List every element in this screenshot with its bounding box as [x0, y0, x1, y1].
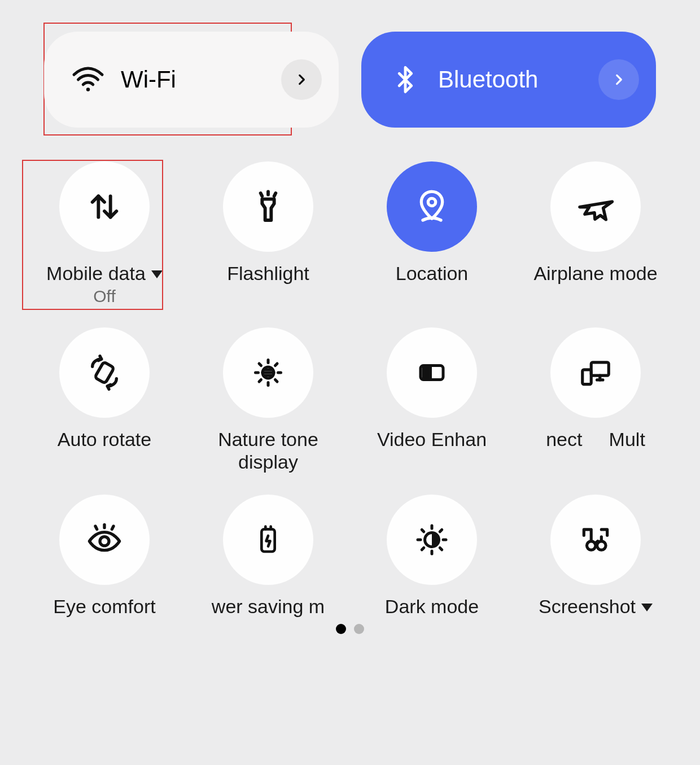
tile-label: Mobile data — [44, 262, 165, 285]
tile-darkmode[interactable]: Dark mode — [356, 495, 508, 618]
wifi-label: Wi-Fi — [121, 66, 281, 93]
location-icon — [387, 161, 477, 252]
tile-label: Nature tone display — [195, 428, 342, 473]
airplane-icon — [550, 161, 641, 252]
tile-mobile-data[interactable]: Mobile data Off — [28, 161, 181, 306]
videoenhance-icon — [387, 327, 477, 418]
darkmode-icon — [387, 495, 477, 585]
pager-dots — [0, 624, 700, 634]
chevron-right-icon — [611, 72, 626, 87]
tile-screenshot[interactable]: Screenshot — [519, 495, 672, 618]
bluetooth-icon — [383, 57, 428, 102]
tile-label: Eye comfort — [51, 595, 158, 618]
svg-line-14 — [259, 364, 261, 366]
wifi-icon — [65, 57, 111, 102]
bluetooth-label: Bluetooth — [438, 66, 598, 93]
tile-label: Auto rotate — [55, 428, 154, 451]
bluetooth-toggle[interactable]: Bluetooth — [361, 32, 656, 128]
eyecomfort-icon — [59, 495, 150, 585]
tile-sublabel: Off — [93, 287, 115, 306]
chevron-right-icon — [294, 72, 309, 87]
svg-line-27 — [112, 526, 113, 529]
svg-line-16 — [259, 380, 261, 382]
wifi-toggle[interactable]: Wi-Fi — [44, 32, 339, 128]
wifi-expand-button[interactable] — [281, 59, 322, 100]
tile-label: nect Mult — [544, 428, 648, 451]
tile-videoenhance[interactable]: Video Enhan — [356, 327, 508, 473]
pager-dot-1[interactable] — [336, 624, 346, 634]
svg-line-36 — [422, 530, 424, 532]
svg-line-3 — [274, 193, 276, 196]
tile-label: Location — [393, 262, 471, 285]
tile-label: Airplane mode — [531, 262, 659, 285]
tile-label: Flashlight — [225, 262, 312, 285]
svg-rect-20 — [591, 362, 609, 375]
pager-dot-2[interactable] — [354, 624, 364, 634]
flashlight-icon — [223, 161, 313, 252]
svg-point-24 — [100, 537, 109, 546]
tile-multiscreen[interactable]: nect Mult — [519, 327, 672, 473]
autorotate-icon — [59, 327, 150, 418]
bluetooth-expand-button[interactable] — [598, 59, 639, 100]
svg-line-38 — [422, 548, 424, 550]
quick-settings-top-row: Wi-Fi Bluetooth — [0, 0, 700, 128]
svg-line-2 — [261, 193, 262, 196]
tile-label: wer saving m — [209, 595, 327, 618]
tile-airplane[interactable]: Airplane mode — [519, 161, 672, 306]
tile-powersaving[interactable]: wer saving m — [192, 495, 344, 618]
svg-line-26 — [95, 526, 97, 529]
tile-autorotate[interactable]: Auto rotate — [28, 327, 181, 473]
svg-line-17 — [275, 364, 278, 366]
screenshot-icon — [550, 495, 641, 585]
tile-label: Video Enhan — [375, 428, 489, 451]
svg-rect-23 — [583, 370, 592, 384]
svg-rect-19 — [422, 367, 432, 378]
multiscreen-icon — [550, 327, 641, 418]
svg-line-15 — [275, 380, 278, 382]
tile-naturetone[interactable]: Nature tone display — [192, 327, 344, 473]
tile-location[interactable]: Location — [356, 161, 508, 306]
caret-down-icon — [641, 604, 653, 611]
caret-down-icon — [151, 270, 163, 278]
svg-line-42 — [595, 541, 598, 544]
svg-line-39 — [440, 530, 442, 532]
tile-label: Dark mode — [383, 595, 481, 618]
svg-rect-5 — [95, 362, 114, 383]
svg-line-37 — [440, 548, 442, 550]
tile-flashlight[interactable]: Flashlight — [192, 161, 344, 306]
mobile-data-icon — [59, 161, 150, 252]
tile-label: Screenshot — [536, 595, 655, 618]
powersaving-icon — [223, 495, 313, 585]
naturetone-icon — [223, 327, 313, 418]
svg-point-0 — [86, 88, 90, 91]
tile-eyecomfort[interactable]: Eye comfort — [28, 495, 181, 618]
svg-point-4 — [428, 198, 435, 206]
quick-settings-grid: Mobile data Off Flashlight Location — [0, 128, 700, 618]
